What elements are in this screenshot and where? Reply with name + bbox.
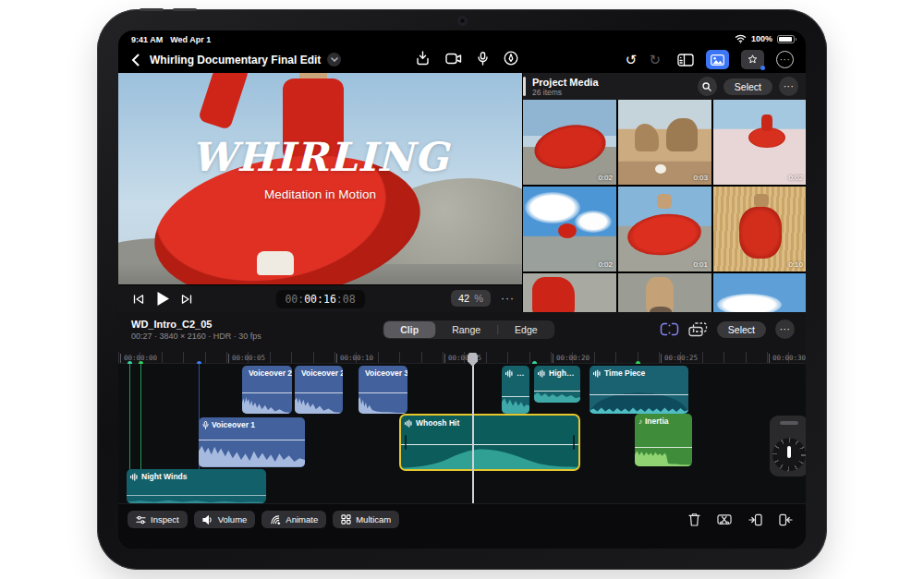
media-grid: 0:02 0:03 0:02 [523,100,806,312]
clock-label: 9:41 AM [131,35,163,44]
timeline-more-button[interactable]: ··· [775,320,795,339]
media-panel-title: Project Media [532,77,599,88]
stage: 9:41 AM Wed Apr 1 100% Whirling Document… [0,0,924,579]
timeline-tracks: Voiceover 2 Voiceover 2 Voiceover 3 … [118,364,806,503]
app-toolbar: Whirling Documentary Final Edit ↺ ↻ ··· [118,47,806,73]
timeline-ruler[interactable]: 00:00:00 00:00:05 00:00:10 00:00:15 00:0… [118,352,806,364]
ruler-label: 00:00:25 [661,354,698,363]
microphone-button[interactable] [478,52,488,66]
blade-clip-icon[interactable] [717,513,732,526]
media-thumbnail[interactable]: 0:02 [713,100,806,185]
pencil-button[interactable] [504,51,518,66]
trim-handle-right[interactable] [573,435,575,450]
redo-button[interactable]: ↻ [649,53,661,66]
delete-icon[interactable] [688,513,700,526]
skip-forward-icon[interactable] [181,294,192,305]
clip-inertia[interactable]: ♪Inertia [635,414,692,466]
connected-clips-icon[interactable] [688,322,708,337]
jog-dial[interactable] [770,416,806,476]
ruler-label: 00:00:30 [769,354,806,363]
battery-icon [777,35,795,43]
play-button[interactable] [156,291,170,307]
media-browser-button[interactable] [706,50,729,69]
status-bar: 9:41 AM Wed Apr 1 100% [118,30,806,47]
volume-up-button [140,8,164,11]
timeline-project-meta: 00:27 · 3840 × 2160 · HDR · 30 fps [131,332,261,341]
mode-edge[interactable]: Edge [498,321,554,338]
viewer-subtitle-text: Meditation in Motion [118,187,522,201]
skip-back-icon[interactable] [133,294,144,305]
inspect-button[interactable]: Inspect [128,511,188,528]
media-thumbnail[interactable] [618,273,711,312]
transport-more-button[interactable]: ··· [501,292,515,305]
media-thumbnail[interactable]: 0:03 [618,100,711,185]
mode-range[interactable]: Range [435,321,497,338]
video-viewer: WHIRLING Meditation in Motion [118,73,522,284]
duration-badge: 0:02 [598,174,613,182]
dial-grab-handle[interactable] [780,421,798,425]
media-panel-header: Project Media 26 items Select ··· [523,73,806,100]
clip-high[interactable]: High… [534,366,580,403]
clip-audio-small[interactable]: … [502,366,529,414]
duration-badge: 0:03 [693,174,708,182]
ruler-label: 00:00:10 [336,354,373,363]
more-options-button[interactable]: ··· [776,51,794,68]
clip-night-winds[interactable]: Night Winds [127,469,266,503]
timeline-select-button[interactable]: Select [717,321,766,338]
clip-voiceover-3[interactable]: Voiceover 3 [359,366,407,414]
media-thumbnail[interactable]: 0:10 [713,187,806,271]
media-select-button[interactable]: Select [723,78,772,95]
zoom-level-control[interactable]: 42% [451,290,491,307]
media-item-count: 26 items [532,88,562,97]
trim-handle-left[interactable] [405,435,407,450]
dial-pointer [787,446,791,458]
title-menu-button[interactable] [327,53,341,66]
media-thumbnail[interactable] [713,273,806,312]
front-camera [459,18,466,24]
media-thumbnail[interactable]: 0:02 [523,187,616,271]
clip-voiceover-2b[interactable]: Voiceover 2 [295,366,343,414]
back-button[interactable] [131,54,140,66]
browser-layout-button[interactable] [677,54,694,66]
dervish-trousers [257,251,294,275]
screen: 9:41 AM Wed Apr 1 100% Whirling Document… [118,30,806,549]
timecode-display[interactable]: 00:00:16:08 [275,290,364,308]
panel-resize-handle[interactable] [523,77,526,96]
clip-whoosh-hit-selected[interactable]: Whoosh Hit [399,414,580,471]
music-note-icon: ♪ [638,417,642,426]
media-more-button[interactable]: ··· [779,77,798,96]
volume-down-button [173,8,197,11]
duration-badge: 0:02 [598,260,613,269]
timeline-section: WD_Intro_C2_05 00:27 · 3840 × 2160 · HDR… [118,312,806,503]
import-button[interactable] [416,51,430,66]
project-media-panel: Project Media 26 items Select ··· 0:02 [522,73,806,312]
timeline-project-name: WD_Intro_C2_05 [131,319,212,330]
insert-right-icon[interactable] [779,513,793,526]
timeline-header: WD_Intro_C2_05 00:27 · 3840 × 2160 · HDR… [118,312,806,352]
multicam-button[interactable]: Multicam [333,511,399,528]
viewer-title-text: WHIRLING [118,134,522,180]
magnetic-timeline-icon[interactable] [660,322,679,336]
animate-button[interactable]: Animate [261,511,326,528]
search-button[interactable] [698,77,717,96]
clip-time-piece[interactable]: Time Piece [590,366,688,414]
duration-badge: 0:01 [693,260,708,269]
media-thumbnail[interactable]: 0:02 [523,100,616,185]
media-thumbnail[interactable] [523,273,616,312]
duration-badge: 0:02 [788,174,803,182]
undo-button[interactable]: ↺ [626,53,638,66]
volume-button[interactable]: Volume [194,511,256,528]
project-title: Whirling Documentary Final Edit [150,54,321,66]
bottom-toolbar: Inspect Volume Animate Multicam [118,503,806,549]
insert-left-icon[interactable] [748,513,762,526]
clip-voiceover-2a[interactable]: Voiceover 2 [242,366,292,414]
playhead-line[interactable] [472,354,474,503]
clip-voiceover-1[interactable]: Voiceover 1 [199,417,305,467]
mode-clip[interactable]: Clip [383,321,435,338]
ruler-label: 00:00:05 [228,354,265,363]
camera-button[interactable] [445,53,462,65]
battery-percent-label: 100% [751,34,772,43]
transport-bar: 00:00:16:08 42% ··· [118,284,522,312]
media-thumbnail[interactable]: 0:01 [618,187,711,271]
effects-button[interactable] [741,50,764,69]
